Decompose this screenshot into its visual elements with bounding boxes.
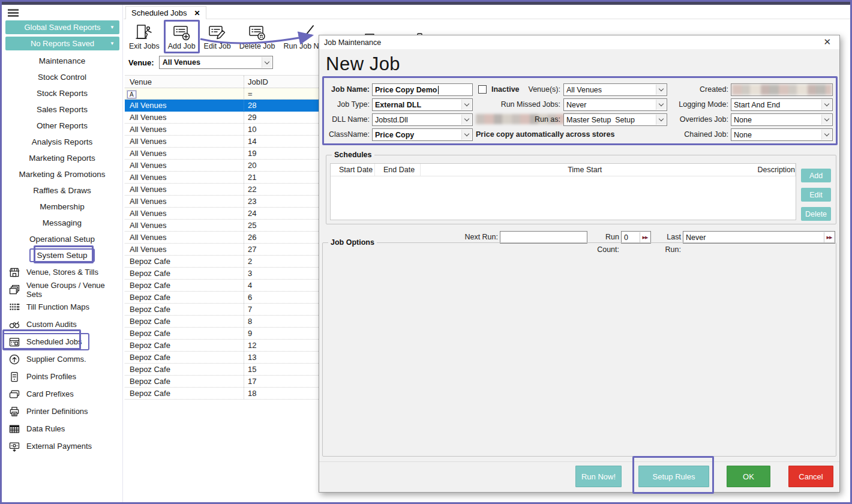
column-header-venue[interactable]: Venue	[125, 77, 244, 86]
job-options-title: Job Options	[328, 238, 377, 247]
tab-close-icon[interactable]: ✕	[194, 9, 200, 17]
job-row-venue: Bepoz Cafe	[125, 389, 244, 398]
dll-name-dropdown[interactable]: Jobstd.Dll	[372, 113, 473, 126]
chained-job-dropdown[interactable]: None	[731, 128, 833, 141]
created-field	[731, 83, 833, 96]
job-type-dropdown[interactable]: External DLL	[372, 98, 473, 111]
sidebar-nav-item-system-setup[interactable]: System Setup	[2, 247, 122, 263]
schedule-delete-button[interactable]: Delete	[801, 207, 831, 221]
dialog-close-icon[interactable]: ✕	[821, 37, 833, 47]
schedules-column-header[interactable]: End Date	[375, 164, 421, 176]
sidebar-nav-item-membership[interactable]: Membership	[2, 199, 122, 215]
sidebar-nav-item-label: Marketing Reports	[22, 151, 102, 165]
next-run-input[interactable]	[500, 231, 587, 244]
sidebar-item-scheduled-jobs[interactable]: Scheduled Jobs	[2, 333, 89, 350]
sidebar-nav-item-stock-reports[interactable]: Stock Reports	[2, 85, 122, 101]
exit-jobs-button[interactable]: Exit Jobs	[125, 20, 164, 53]
venues-label: Venue(s):	[468, 83, 560, 96]
schedules-table[interactable]: Start DateEnd DateTime StartDescription	[330, 163, 796, 220]
sidebar-item-venue-groups-venue-sets[interactable]: Venue Groups / Venue Sets	[2, 281, 122, 298]
sidebar-nav-item-sales-reports[interactable]: Sales Reports	[2, 101, 122, 118]
run-as-dropdown[interactable]: Master Setup Setup	[563, 113, 667, 126]
venue-filter-dropdown[interactable]: All Venues	[159, 56, 273, 69]
sidebar-item-custom-audits[interactable]: Custom Audits	[2, 316, 84, 333]
dialog-title: Job Maintenance	[324, 38, 381, 47]
app-window: Global Saved Reports ▼ No Reports Saved …	[0, 0, 852, 504]
sidebar-nav-item-maintenance[interactable]: Maintenance	[2, 53, 122, 69]
scheduled-jobs-icon	[8, 336, 20, 348]
schedule-add-button[interactable]: Add	[801, 169, 831, 182]
sidebar-nav-item-stock-control[interactable]: Stock Control	[2, 69, 122, 85]
toolbar-button-label: Delete Job	[239, 42, 275, 51]
exit-jobs-icon	[134, 23, 154, 42]
chevron-down-icon	[821, 115, 832, 125]
setup-rules-button[interactable]: Setup Rules	[638, 466, 709, 487]
delete-job-button[interactable]: Delete Job	[235, 20, 280, 53]
schedules-column-header[interactable]: Start Date	[331, 164, 375, 176]
sidebar-item-supplier-comms[interactable]: Supplier Comms.	[2, 350, 94, 368]
menu-icon[interactable]	[8, 9, 19, 17]
schedules-column-header[interactable]: Description	[749, 164, 796, 176]
job-row-venue: Bepoz Cafe	[125, 305, 244, 314]
schedule-edit-button[interactable]: Edit	[801, 188, 831, 202]
sidebar-nav-item-raffles-draws[interactable]: Raffles & Draws	[2, 182, 122, 199]
schedules-groupbox: Schedules Start DateEnd DateTime StartDe…	[326, 155, 836, 224]
sidebar-item-venue-stores-tills[interactable]: Venue, Stores & Tills	[2, 263, 106, 281]
job-row-venue: All Venues	[125, 197, 244, 206]
run-count-input[interactable]: 0 ▶▶	[621, 231, 651, 244]
logging-mode-dropdown[interactable]: Start And End	[731, 98, 833, 111]
job-row-venue: All Venues	[125, 161, 244, 170]
cancel-button[interactable]: Cancel	[788, 466, 833, 487]
job-form-highlight-box: Job Name: Price Copy Demo Inactive Venue…	[322, 76, 838, 145]
sidebar-item-till-function-maps[interactable]: Till Function Maps	[2, 298, 97, 316]
last-run-input[interactable]: Never ▶▶	[683, 231, 835, 244]
classname-dropdown[interactable]: Price Copy	[372, 128, 473, 141]
job-row-venue: All Venues	[125, 125, 244, 134]
schedules-column-header[interactable]: Time Start	[421, 164, 749, 176]
global-saved-reports-button[interactable]: Global Saved Reports ▼	[5, 20, 119, 34]
venue-filter-label: Venue:	[128, 58, 154, 67]
venue-groups-icon	[8, 284, 20, 296]
sidebar-item-points-profiles[interactable]: Points Profiles	[2, 368, 83, 385]
last-run-spinner-icon[interactable]: ▶▶	[824, 232, 834, 242]
venue-stores-tills-icon	[8, 266, 20, 278]
sidebar-nav-item-marketing-promotions[interactable]: Marketing & Promotions	[2, 166, 122, 182]
no-reports-saved-button[interactable]: No Reports Saved ▼	[5, 37, 119, 50]
run-missed-jobs-dropdown[interactable]: Never	[563, 98, 667, 111]
sidebar-nav-item-marketing-reports[interactable]: Marketing Reports	[2, 150, 122, 166]
job-row-venue: All Venues	[125, 185, 244, 194]
sidebar-item-external-payments[interactable]: External Payments	[2, 437, 99, 455]
venues-dropdown[interactable]: All Venues	[563, 83, 667, 96]
job-name-input[interactable]: Price Copy Demo	[372, 83, 473, 96]
sidebar-nav-item-label: Stock Control	[31, 70, 94, 84]
sidebar-nav-item-operational-setup[interactable]: Operational Setup	[2, 231, 122, 247]
tab-scheduled-jobs[interactable]: Scheduled Jobs ✕	[125, 6, 206, 19]
edit-job-button[interactable]: Edit Job	[200, 20, 235, 53]
run-count-spinner-icon[interactable]: ▶▶	[640, 232, 650, 242]
sidebar-nav-item-label: Stock Reports	[29, 86, 95, 100]
job-row-venue: Bepoz Cafe	[125, 353, 244, 362]
global-saved-reports-label: Global Saved Reports	[24, 23, 100, 32]
sidebar-item-label: External Payments	[26, 442, 92, 451]
job-row-venue: All Venues	[125, 209, 244, 218]
sidebar-nav-item-label: Marketing & Promotions	[11, 167, 112, 181]
job-row-venue: Bepoz Cafe	[125, 341, 244, 350]
ok-button[interactable]: OK	[727, 466, 770, 487]
job-row-venue: Bepoz Cafe	[125, 293, 244, 302]
sidebar-nav-item-analysis-reports[interactable]: Analysis Reports	[2, 134, 122, 150]
run-job-now-icon	[296, 23, 316, 42]
sidebar-nav-item-messaging[interactable]: Messaging	[2, 215, 122, 231]
sidebar-item-printer-definitions[interactable]: Printer Definitions	[2, 403, 95, 420]
text-filter-icon[interactable]: A	[127, 91, 136, 98]
job-row-venue: All Venues	[125, 149, 244, 158]
sidebar-nav-item-other-reports[interactable]: Other Reports	[2, 118, 122, 134]
chevron-down-icon: ▼	[110, 41, 115, 46]
run-now-button[interactable]: Run Now!	[575, 466, 622, 487]
overrides-job-dropdown[interactable]: None	[731, 113, 833, 126]
add-job-button[interactable]: Add Job	[164, 20, 200, 53]
sidebar-item-data-rules[interactable]: Data Rules	[2, 420, 72, 437]
dialog-title-bar[interactable]: Job Maintenance ✕	[319, 35, 839, 49]
job-type-label: Job Type:	[325, 98, 370, 111]
sidebar-item-card-prefixes[interactable]: Card Prefixes	[2, 385, 81, 403]
sidebar-nav-item-label: Maintenance	[32, 54, 92, 68]
